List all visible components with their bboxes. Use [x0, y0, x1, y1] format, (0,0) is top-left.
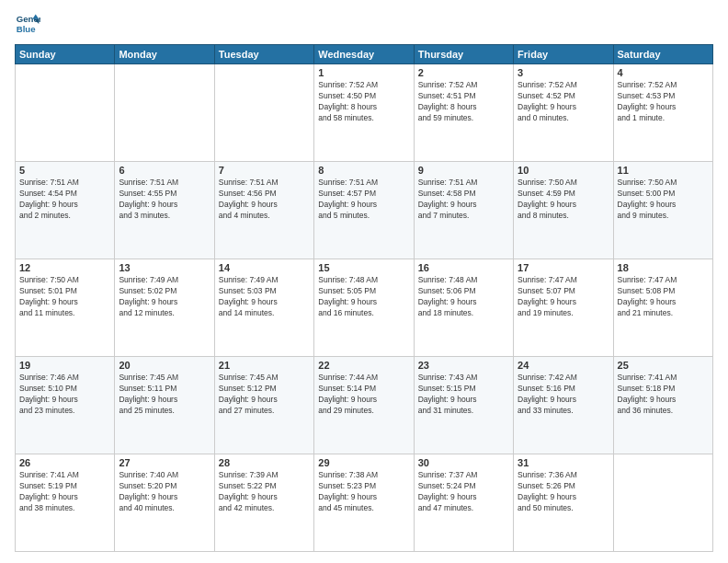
calendar-cell: 11Sunrise: 7:50 AM Sunset: 5:00 PM Dayli… — [613, 162, 712, 259]
day-number: 28 — [219, 457, 310, 468]
day-info: Sunrise: 7:41 AM Sunset: 5:18 PM Dayligh… — [618, 373, 709, 417]
day-info: Sunrise: 7:50 AM Sunset: 4:59 PM Dayligh… — [518, 178, 609, 222]
day-of-week-header: Tuesday — [214, 45, 313, 64]
calendar-cell — [613, 454, 712, 552]
day-of-week-header: Wednesday — [314, 45, 414, 64]
day-number: 5 — [19, 165, 110, 176]
day-info: Sunrise: 7:44 AM Sunset: 5:14 PM Dayligh… — [318, 373, 409, 417]
calendar-cell: 2Sunrise: 7:52 AM Sunset: 4:51 PM Daylig… — [414, 64, 513, 162]
day-number: 9 — [418, 165, 509, 176]
calendar-cell — [16, 64, 115, 162]
day-info: Sunrise: 7:46 AM Sunset: 5:10 PM Dayligh… — [19, 373, 110, 417]
calendar-cell — [214, 64, 313, 162]
day-info: Sunrise: 7:49 AM Sunset: 5:02 PM Dayligh… — [119, 275, 210, 319]
day-number: 8 — [318, 165, 409, 176]
calendar-cell: 19Sunrise: 7:46 AM Sunset: 5:10 PM Dayli… — [16, 357, 115, 454]
day-info: Sunrise: 7:51 AM Sunset: 4:54 PM Dayligh… — [19, 178, 110, 222]
calendar-table: SundayMondayTuesdayWednesdayThursdayFrid… — [15, 44, 713, 552]
day-info: Sunrise: 7:45 AM Sunset: 5:11 PM Dayligh… — [119, 373, 210, 417]
calendar-cell: 12Sunrise: 7:50 AM Sunset: 5:01 PM Dayli… — [16, 259, 115, 357]
day-info: Sunrise: 7:52 AM Sunset: 4:53 PM Dayligh… — [618, 80, 709, 124]
day-info: Sunrise: 7:37 AM Sunset: 5:24 PM Dayligh… — [418, 470, 509, 514]
day-number: 21 — [219, 360, 310, 371]
calendar-cell: 26Sunrise: 7:41 AM Sunset: 5:19 PM Dayli… — [16, 454, 115, 552]
day-number: 24 — [518, 360, 609, 371]
day-info: Sunrise: 7:36 AM Sunset: 5:26 PM Dayligh… — [518, 470, 609, 514]
day-number: 2 — [418, 67, 509, 78]
day-info: Sunrise: 7:50 AM Sunset: 5:00 PM Dayligh… — [618, 178, 709, 222]
day-info: Sunrise: 7:51 AM Sunset: 4:57 PM Dayligh… — [318, 178, 409, 222]
day-number: 12 — [19, 262, 110, 273]
day-info: Sunrise: 7:51 AM Sunset: 4:56 PM Dayligh… — [219, 178, 310, 222]
day-number: 27 — [119, 457, 210, 468]
day-number: 3 — [518, 67, 609, 78]
calendar-cell: 25Sunrise: 7:41 AM Sunset: 5:18 PM Dayli… — [613, 357, 712, 454]
calendar-cell: 9Sunrise: 7:51 AM Sunset: 4:58 PM Daylig… — [414, 162, 513, 259]
calendar-cell: 7Sunrise: 7:51 AM Sunset: 4:56 PM Daylig… — [214, 162, 313, 259]
calendar-cell — [115, 64, 214, 162]
calendar-cell: 24Sunrise: 7:42 AM Sunset: 5:16 PM Dayli… — [514, 357, 613, 454]
calendar-cell: 27Sunrise: 7:40 AM Sunset: 5:20 PM Dayli… — [115, 454, 214, 552]
day-info: Sunrise: 7:52 AM Sunset: 4:50 PM Dayligh… — [318, 80, 409, 124]
calendar-cell: 4Sunrise: 7:52 AM Sunset: 4:53 PM Daylig… — [613, 64, 712, 162]
calendar-cell: 18Sunrise: 7:47 AM Sunset: 5:08 PM Dayli… — [613, 259, 712, 357]
day-number: 6 — [119, 165, 210, 176]
calendar-cell: 20Sunrise: 7:45 AM Sunset: 5:11 PM Dayli… — [115, 357, 214, 454]
day-of-week-header: Friday — [514, 45, 613, 64]
day-info: Sunrise: 7:47 AM Sunset: 5:07 PM Dayligh… — [518, 275, 609, 319]
calendar-cell: 28Sunrise: 7:39 AM Sunset: 5:22 PM Dayli… — [214, 454, 313, 552]
day-number: 23 — [418, 360, 509, 371]
calendar-week-row: 1Sunrise: 7:52 AM Sunset: 4:50 PM Daylig… — [16, 64, 713, 162]
day-number: 14 — [219, 262, 310, 273]
day-info: Sunrise: 7:51 AM Sunset: 4:55 PM Dayligh… — [119, 178, 210, 222]
calendar-body: 1Sunrise: 7:52 AM Sunset: 4:50 PM Daylig… — [16, 64, 713, 552]
day-number: 15 — [318, 262, 409, 273]
day-info: Sunrise: 7:47 AM Sunset: 5:08 PM Dayligh… — [618, 275, 709, 319]
calendar-cell: 10Sunrise: 7:50 AM Sunset: 4:59 PM Dayli… — [514, 162, 613, 259]
day-info: Sunrise: 7:39 AM Sunset: 5:22 PM Dayligh… — [219, 470, 310, 514]
day-number: 1 — [318, 67, 409, 78]
day-number: 17 — [518, 262, 609, 273]
calendar-cell: 5Sunrise: 7:51 AM Sunset: 4:54 PM Daylig… — [16, 162, 115, 259]
calendar-cell: 1Sunrise: 7:52 AM Sunset: 4:50 PM Daylig… — [314, 64, 414, 162]
calendar-cell: 6Sunrise: 7:51 AM Sunset: 4:55 PM Daylig… — [115, 162, 214, 259]
day-number: 25 — [618, 360, 709, 371]
day-number: 20 — [119, 360, 210, 371]
day-number: 30 — [418, 457, 509, 468]
day-info: Sunrise: 7:42 AM Sunset: 5:16 PM Dayligh… — [518, 373, 609, 417]
day-number: 7 — [219, 165, 310, 176]
day-of-week-header: Saturday — [613, 45, 712, 64]
calendar-cell: 14Sunrise: 7:49 AM Sunset: 5:03 PM Dayli… — [214, 259, 313, 357]
day-info: Sunrise: 7:50 AM Sunset: 5:01 PM Dayligh… — [19, 275, 110, 319]
calendar-cell: 21Sunrise: 7:45 AM Sunset: 5:12 PM Dayli… — [214, 357, 313, 454]
day-number: 4 — [618, 67, 709, 78]
calendar-week-row: 5Sunrise: 7:51 AM Sunset: 4:54 PM Daylig… — [16, 162, 713, 259]
calendar-cell: 3Sunrise: 7:52 AM Sunset: 4:52 PM Daylig… — [514, 64, 613, 162]
day-info: Sunrise: 7:52 AM Sunset: 4:52 PM Dayligh… — [518, 80, 609, 124]
day-number: 18 — [618, 262, 709, 273]
day-number: 13 — [119, 262, 210, 273]
day-info: Sunrise: 7:48 AM Sunset: 5:06 PM Dayligh… — [418, 275, 509, 319]
calendar-cell: 31Sunrise: 7:36 AM Sunset: 5:26 PM Dayli… — [514, 454, 613, 552]
day-number: 22 — [318, 360, 409, 371]
day-info: Sunrise: 7:38 AM Sunset: 5:23 PM Dayligh… — [318, 470, 409, 514]
calendar-cell: 23Sunrise: 7:43 AM Sunset: 5:15 PM Dayli… — [414, 357, 513, 454]
day-number: 31 — [518, 457, 609, 468]
day-of-week-header: Sunday — [16, 45, 115, 64]
calendar-week-row: 19Sunrise: 7:46 AM Sunset: 5:10 PM Dayli… — [16, 357, 713, 454]
day-info: Sunrise: 7:49 AM Sunset: 5:03 PM Dayligh… — [219, 275, 310, 319]
day-info: Sunrise: 7:41 AM Sunset: 5:19 PM Dayligh… — [19, 470, 110, 514]
calendar-cell: 15Sunrise: 7:48 AM Sunset: 5:05 PM Dayli… — [314, 259, 414, 357]
day-info: Sunrise: 7:51 AM Sunset: 4:58 PM Dayligh… — [418, 178, 509, 222]
day-info: Sunrise: 7:40 AM Sunset: 5:20 PM Dayligh… — [119, 470, 210, 514]
calendar-cell: 16Sunrise: 7:48 AM Sunset: 5:06 PM Dayli… — [414, 259, 513, 357]
calendar-week-row: 26Sunrise: 7:41 AM Sunset: 5:19 PM Dayli… — [16, 454, 713, 552]
day-info: Sunrise: 7:48 AM Sunset: 5:05 PM Dayligh… — [318, 275, 409, 319]
day-number: 26 — [19, 457, 110, 468]
day-number: 16 — [418, 262, 509, 273]
day-number: 19 — [19, 360, 110, 371]
svg-text:Blue: Blue — [17, 24, 36, 34]
calendar-cell: 30Sunrise: 7:37 AM Sunset: 5:24 PM Dayli… — [414, 454, 513, 552]
header: General Blue — [15, 11, 713, 37]
calendar-cell: 29Sunrise: 7:38 AM Sunset: 5:23 PM Dayli… — [314, 454, 414, 552]
